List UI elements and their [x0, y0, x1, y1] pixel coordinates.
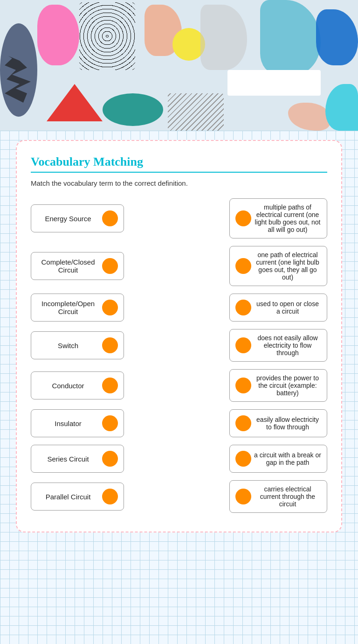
- def-connector-5[interactable]: [235, 378, 251, 393]
- term-connector-6[interactable]: [102, 415, 118, 431]
- term-connector-5[interactable]: [102, 378, 118, 393]
- term-connector-7[interactable]: [102, 451, 118, 467]
- section-divider: [31, 172, 327, 173]
- match-row-2: Complete/Closed Circuit one path of elec…: [31, 246, 327, 286]
- term-insulator[interactable]: Insulator: [31, 409, 124, 437]
- matching-area: Energy Source multiple paths of electric…: [31, 198, 327, 513]
- term-conductor[interactable]: Conductor: [31, 371, 124, 399]
- match-row-3: Incomplete/Open Circuit used to open or …: [31, 294, 327, 322]
- def-provides-power[interactable]: provides the power to the circuit (examp…: [229, 369, 327, 402]
- term-connector-4[interactable]: [102, 337, 118, 353]
- match-row-4: Switch does not easily allow electricity…: [31, 329, 327, 362]
- header-banner: [0, 0, 358, 131]
- def-break-gap[interactable]: a circuit with a break or gap in the pat…: [229, 445, 327, 473]
- def-connector-2[interactable]: [235, 258, 251, 274]
- term-parallel-circuit[interactable]: Parallel Circuit: [31, 483, 124, 511]
- def-one-path[interactable]: one path of electrical current (one ligh…: [229, 246, 327, 286]
- match-row-1: Energy Source multiple paths of electric…: [31, 198, 327, 238]
- def-connector-6[interactable]: [235, 415, 251, 431]
- def-open-close[interactable]: used to open or close a circuit: [229, 294, 327, 322]
- vocabulary-card: Vocabulary Matching Match the vocabulary…: [16, 140, 342, 532]
- main-content: Vocabulary Matching Match the vocabulary…: [0, 131, 358, 644]
- term-series-circuit[interactable]: Series Circuit: [31, 445, 124, 473]
- term-complete-closed-circuit[interactable]: Complete/Closed Circuit: [31, 252, 124, 280]
- instructions: Match the vocabulary term to the correct…: [31, 179, 327, 187]
- match-row-5: Conductor provides the power to the circ…: [31, 369, 327, 402]
- term-energy-source[interactable]: Energy Source: [31, 204, 124, 232]
- term-connector-2[interactable]: [102, 258, 118, 274]
- def-does-not-easily[interactable]: does not easily allow electricity to flo…: [229, 329, 327, 362]
- term-incomplete-open-circuit[interactable]: Incomplete/Open Circuit: [31, 294, 124, 322]
- term-connector-8[interactable]: [102, 489, 118, 504]
- def-connector-1[interactable]: [235, 210, 251, 226]
- term-switch[interactable]: Switch: [31, 331, 124, 359]
- match-row-8: Parallel Circuit carries electrical curr…: [31, 480, 327, 513]
- def-connector-8[interactable]: [235, 489, 251, 504]
- banner-white-rect: [227, 70, 321, 96]
- def-multiple-paths[interactable]: multiple paths of electrical current (on…: [229, 198, 327, 238]
- term-connector-3[interactable]: [102, 300, 118, 315]
- def-connector-4[interactable]: [235, 337, 251, 353]
- def-connector-3[interactable]: [235, 300, 251, 315]
- match-row-7: Series Circuit a circuit with a break or…: [31, 445, 327, 473]
- def-easily-allow[interactable]: easily allow electricity to flow through: [229, 409, 327, 437]
- match-row-6: Insulator easily allow electricity to fl…: [31, 409, 327, 437]
- section-title: Vocabulary Matching: [31, 155, 327, 169]
- def-last[interactable]: carries electrical current through the c…: [229, 480, 327, 513]
- def-connector-7[interactable]: [235, 451, 251, 467]
- term-connector-1[interactable]: [102, 210, 118, 226]
